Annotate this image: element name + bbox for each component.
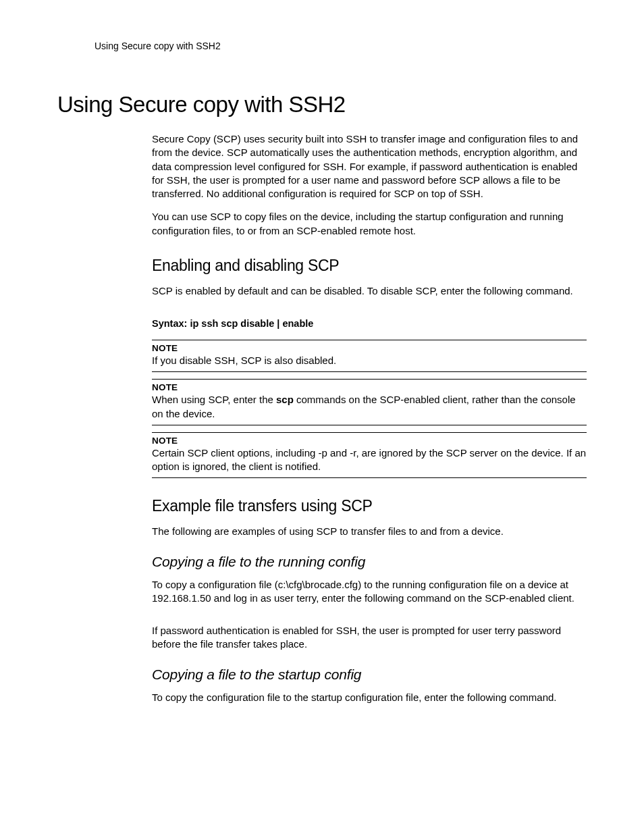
running-header: Using Secure copy with SSH2 xyxy=(95,41,587,51)
subsection-startup-config-title: Copying a file to the startup config xyxy=(152,667,587,683)
note-label: NOTE xyxy=(152,343,587,353)
subsection-startup-config-p1: To copy the configuration file to the st… xyxy=(152,691,587,704)
subsection-running-config-title: Copying a file to the running config xyxy=(152,554,587,570)
subsection-running-config-p2: If password authentication is enabled fo… xyxy=(152,624,587,652)
intro-paragraph-1: Secure Copy (SCP) uses security built in… xyxy=(152,132,587,201)
note-label: NOTE xyxy=(152,382,587,392)
syntax-line: Syntax: ip ssh scp disable | enable xyxy=(152,318,587,329)
note-block-1: NOTE If you disable SSH, SCP is also dis… xyxy=(152,340,587,372)
section-enabling-paragraph: SCP is enabled by default and can be dis… xyxy=(152,284,587,298)
intro-paragraph-2: You can use SCP to copy files on the dev… xyxy=(152,210,587,238)
note-text-3: Certain SCP client options, including -p… xyxy=(152,447,586,472)
note-block-3: NOTE Certain SCP client options, includi… xyxy=(152,432,587,479)
section-enabling-title: Enabling and disabling SCP xyxy=(152,257,587,275)
main-title: Using Secure copy with SSH2 xyxy=(57,92,587,118)
note-block-2: NOTE When using SCP, enter the scp comma… xyxy=(152,379,587,425)
section-example-title: Example file transfers using SCP xyxy=(152,497,587,515)
section-example-paragraph: The following are examples of using SCP … xyxy=(152,525,587,538)
page: Using Secure copy with SSH2 Using Secure… xyxy=(0,0,644,834)
note2-pre: When using SCP, enter the xyxy=(152,394,276,405)
note-label: NOTE xyxy=(152,436,587,446)
note2-bold-scp: scp xyxy=(276,394,294,405)
note-text-2: When using SCP, enter the scp commands o… xyxy=(152,394,576,419)
body-content: Secure Copy (SCP) uses security built in… xyxy=(152,132,587,704)
subsection-running-config-p1: To copy a configuration file (c:\cfg\bro… xyxy=(152,578,587,606)
note-text-1: If you disable SSH, SCP is also disabled… xyxy=(152,355,336,366)
